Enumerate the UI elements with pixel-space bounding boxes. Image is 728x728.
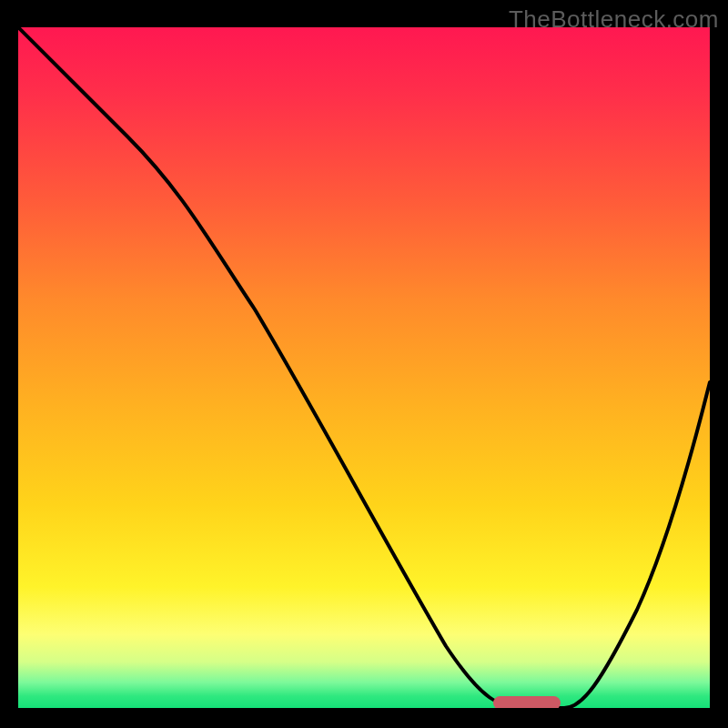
plot-area (18, 27, 710, 710)
chart-frame: TheBottleneck.com (0, 0, 728, 728)
watermark-label: TheBottleneck.com (509, 5, 719, 34)
curve-path (18, 27, 710, 708)
bottleneck-curve (18, 27, 710, 710)
x-axis-baseline (18, 708, 710, 712)
